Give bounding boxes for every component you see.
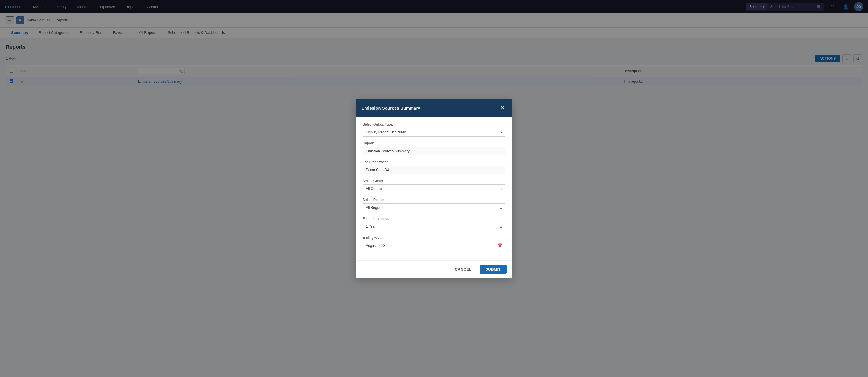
modal-overlay[interactable]: Emission Sources Summary ✕ Select Output… bbox=[0, 0, 868, 92]
